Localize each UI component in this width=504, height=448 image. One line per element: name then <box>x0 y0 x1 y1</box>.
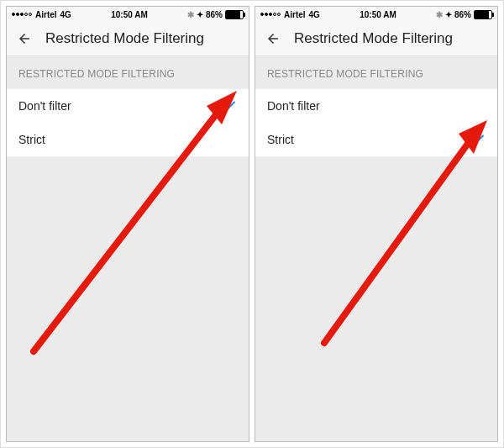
bluetooth-icon: ✦ <box>197 10 203 19</box>
option-dont-filter[interactable]: Don't filter <box>7 89 249 123</box>
option-strict[interactable]: Strict <box>255 123 497 156</box>
nav-bar: Restricted Mode Filtering <box>255 22 497 56</box>
option-list: Don't filter Strict <box>7 88 249 157</box>
phone-screen-right: Airtel 4G 10:50 AM ✱ ✦ 86% Restricted Mo… <box>255 6 498 442</box>
network-label: 4G <box>60 10 71 19</box>
checkmark-icon <box>222 98 237 113</box>
battery-icon <box>474 10 492 19</box>
checkmark-icon <box>470 132 486 147</box>
option-list: Don't filter Strict <box>255 88 497 157</box>
network-label: 4G <box>309 10 320 19</box>
bluetooth-icon: ✱ <box>187 10 194 19</box>
nav-bar: Restricted Mode Filtering <box>7 22 249 56</box>
option-label: Don't filter <box>267 99 320 113</box>
carrier-label: Airtel <box>35 10 57 19</box>
battery-percent: 86% <box>454 10 471 19</box>
phone-screen-left: Airtel 4G 10:50 AM ✱ ✦ 86% Restricted Mo… <box>6 6 249 442</box>
option-label: Strict <box>18 133 45 146</box>
page-title: Restricted Mode Filtering <box>45 30 204 47</box>
back-arrow-icon[interactable] <box>265 31 281 46</box>
signal-dots-icon <box>12 13 32 16</box>
option-label: Don't filter <box>18 99 71 113</box>
status-bar: Airtel 4G 10:50 AM ✱ ✦ 86% <box>7 7 249 22</box>
bluetooth-icon: ✦ <box>445 10 452 19</box>
battery-icon <box>225 10 244 19</box>
section-header: RESTRICTED MODE FILTERING <box>255 56 497 88</box>
battery-percent: 86% <box>206 10 223 19</box>
clock: 10:50 AM <box>360 10 396 19</box>
clock: 10:50 AM <box>111 10 148 19</box>
status-bar: Airtel 4G 10:50 AM ✱ ✦ 86% <box>255 7 497 22</box>
option-label: Strict <box>267 133 294 146</box>
option-dont-filter[interactable]: Don't filter <box>255 89 497 123</box>
section-header: RESTRICTED MODE FILTERING <box>7 56 249 88</box>
bluetooth-icon: ✱ <box>436 10 443 19</box>
page-title: Restricted Mode Filtering <box>294 30 453 47</box>
signal-dots-icon <box>260 13 281 16</box>
option-strict[interactable]: Strict <box>7 123 249 156</box>
carrier-label: Airtel <box>284 10 306 19</box>
back-arrow-icon[interactable] <box>17 31 32 46</box>
